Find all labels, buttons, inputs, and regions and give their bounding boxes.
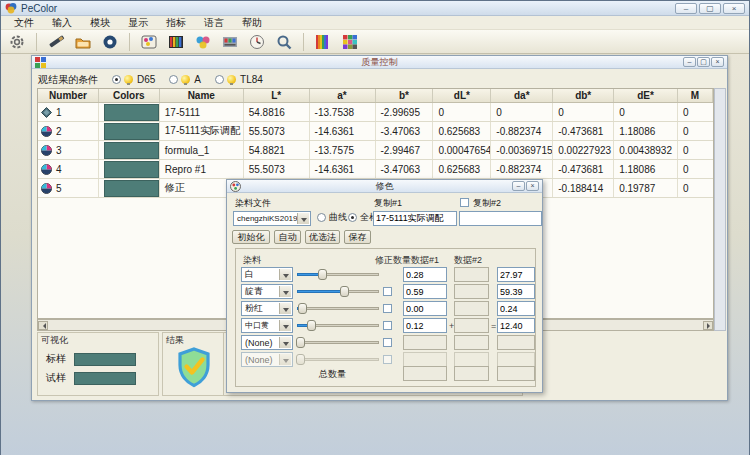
illuminant-a-option[interactable]: A <box>169 74 201 85</box>
col-colors[interactable]: Colors <box>99 89 160 102</box>
copy1-input[interactable] <box>373 211 457 226</box>
col-m[interactable]: M <box>678 89 713 102</box>
color-grid-icon[interactable] <box>340 32 360 52</box>
correction-checkbox[interactable] <box>383 338 392 347</box>
col-da[interactable]: da* <box>491 89 553 102</box>
gauge-clock-icon[interactable] <box>247 32 267 52</box>
mode-curve-option[interactable]: 曲线 <box>317 211 347 224</box>
slider-thumb[interactable] <box>298 303 307 314</box>
radio-d65[interactable] <box>112 75 121 84</box>
dye-combobox[interactable]: 靛青 <box>241 284 293 299</box>
cell-dl: 0.625683 <box>433 160 491 178</box>
col-a[interactable]: a* <box>310 89 376 102</box>
minimize-button[interactable]: – <box>675 3 697 14</box>
radio-curve[interactable] <box>317 213 326 222</box>
menu-input[interactable]: 输入 <box>43 16 81 30</box>
dye-slider[interactable] <box>297 322 379 329</box>
dye-slider[interactable] <box>297 288 379 295</box>
dye-slider[interactable] <box>297 339 379 346</box>
correction-checkbox[interactable] <box>383 355 392 364</box>
slider-thumb[interactable] <box>307 320 316 331</box>
dye-combobox[interactable]: 白 <box>241 267 293 282</box>
save-button[interactable]: 保存 <box>344 230 371 244</box>
radio-a[interactable] <box>169 75 178 84</box>
chevron-down-icon[interactable] <box>279 286 291 297</box>
col-de[interactable]: dE* <box>614 89 678 102</box>
scroll-right-arrow-icon[interactable] <box>703 321 713 330</box>
slider-thumb[interactable] <box>296 337 305 348</box>
palette-book-icon[interactable] <box>139 32 159 52</box>
dye-slider[interactable] <box>297 271 379 278</box>
radio-sample[interactable] <box>348 213 357 222</box>
slider-thumb[interactable] <box>340 286 349 297</box>
illuminant-d65-option[interactable]: D65 <box>112 74 155 85</box>
sample-rack-icon[interactable] <box>166 32 186 52</box>
folder-icon[interactable] <box>73 32 93 52</box>
menu-indicators[interactable]: 指标 <box>157 16 195 30</box>
dye-combobox[interactable]: 中口黄 <box>241 318 293 333</box>
donut-wheel-icon[interactable] <box>100 32 120 52</box>
table-row[interactable]: 3 formula_1 54.8821 -13.7575 -2.99467 0.… <box>38 141 713 160</box>
maximize-button[interactable]: ▢ <box>699 3 721 14</box>
chevron-down-icon[interactable] <box>297 213 309 224</box>
chevron-down-icon[interactable] <box>279 320 291 331</box>
measure-pencil-icon[interactable] <box>46 32 66 52</box>
copy2-checkbox[interactable] <box>460 198 469 207</box>
col-dl[interactable]: dL* <box>433 89 491 102</box>
cell-m: 0 <box>678 179 713 197</box>
menu-help[interactable]: 帮助 <box>233 16 271 30</box>
menu-file[interactable]: 文件 <box>5 16 43 30</box>
dye-slider[interactable] <box>297 305 379 312</box>
qc-minimize-button[interactable]: – <box>683 57 696 67</box>
result-input[interactable] <box>497 301 535 316</box>
dialog-close-button[interactable]: × <box>526 181 539 191</box>
chevron-down-icon[interactable] <box>279 269 291 280</box>
menu-language[interactable]: 语言 <box>195 16 233 30</box>
result-input[interactable] <box>497 284 535 299</box>
chevron-down-icon[interactable] <box>279 337 291 348</box>
dye-file-combobox[interactable]: chengzhiKS2019 <box>233 211 311 226</box>
data1-input[interactable] <box>403 301 447 316</box>
dye-combobox[interactable]: (None) <box>241 335 293 350</box>
data1-input[interactable] <box>403 318 447 333</box>
cell-l: 54.8816 <box>244 103 310 121</box>
rainbow-strip-icon[interactable] <box>313 32 333 52</box>
copy2-input[interactable] <box>459 211 542 226</box>
initialize-button[interactable]: 初始化 <box>232 230 270 244</box>
col-number[interactable]: Number <box>38 89 99 102</box>
menu-display[interactable]: 显示 <box>119 16 157 30</box>
dialog-minimize-button[interactable]: – <box>512 181 525 191</box>
table-row[interactable]: 2 17-5111实际调配 55.5073 -14.6361 -3.47063 … <box>38 122 713 141</box>
slider-thumb[interactable] <box>318 269 327 280</box>
data1-input[interactable] <box>403 267 447 282</box>
qc-maximize-button[interactable]: ▢ <box>697 57 710 67</box>
menu-module[interactable]: 模块 <box>81 16 119 30</box>
result-input[interactable] <box>497 267 535 282</box>
col-l[interactable]: L* <box>244 89 310 102</box>
table-row[interactable]: 1 17-5111 54.8816 -13.7538 -2.99695 0 0 … <box>38 103 713 122</box>
ink-drops-icon[interactable] <box>193 32 213 52</box>
settings-gear-icon[interactable] <box>7 32 27 52</box>
color-machine-icon[interactable] <box>220 32 240 52</box>
correction-checkbox[interactable] <box>383 321 392 330</box>
auto-button[interactable]: 自动 <box>274 230 301 244</box>
result-input[interactable] <box>497 318 535 333</box>
close-button[interactable]: × <box>723 3 745 14</box>
col-name[interactable]: Name <box>160 89 244 102</box>
correction-checkbox[interactable] <box>383 304 392 313</box>
vertical-scrollbar[interactable] <box>714 88 726 331</box>
search-icon[interactable] <box>274 32 294 52</box>
col-b[interactable]: b* <box>376 89 434 102</box>
cell-a: -14.6361 <box>310 160 376 178</box>
data1-input[interactable] <box>403 284 447 299</box>
table-row[interactable]: 4 Repro #1 55.5073 -14.6361 -3.47063 0.6… <box>38 160 713 179</box>
correction-checkbox[interactable] <box>383 287 392 296</box>
dye-combobox[interactable]: 粉红 <box>241 301 293 316</box>
col-db[interactable]: db* <box>553 89 614 102</box>
scroll-left-arrow-icon[interactable] <box>38 321 48 330</box>
qc-close-button[interactable]: × <box>711 57 724 67</box>
optimize-button[interactable]: 优选法 <box>305 230 340 244</box>
chevron-down-icon[interactable] <box>279 303 291 314</box>
radio-tl84[interactable] <box>215 75 224 84</box>
illuminant-tl84-option[interactable]: TL84 <box>215 74 263 85</box>
